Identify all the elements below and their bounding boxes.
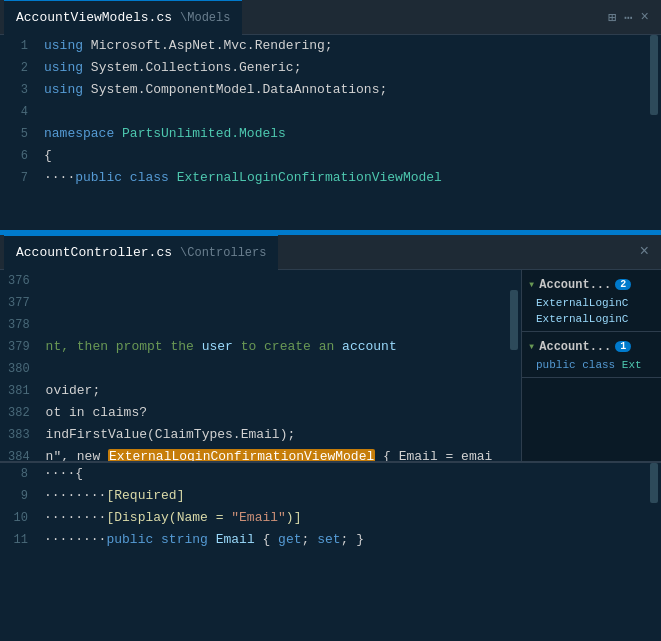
tab-icon-group: ⊞ ⋯ ×	[608, 9, 657, 26]
code-line-383: indFirstValue(ClaimTypes.Email);	[38, 424, 507, 446]
line-num-380: 380	[8, 358, 30, 380]
bottom-tab-path: \Controllers	[180, 246, 266, 260]
line-num-4: 4	[8, 101, 28, 123]
peek-arrow-1: ▾	[528, 277, 535, 292]
lower-line-numbers: 8 9 10 11	[0, 463, 36, 641]
code-line-1: using Microsoft.AspNet.Mvc.Rendering;	[36, 35, 647, 57]
bottom-scrollbar[interactable]	[507, 270, 521, 461]
more-actions-icon[interactable]: ⋯	[624, 9, 632, 26]
line-num-3: 3	[8, 79, 28, 101]
bottom-line-numbers: 376 377 378 379 380 381 382 383 384 385 …	[0, 270, 38, 461]
code-line-379: nt, then prompt the user to create an ac…	[38, 336, 507, 358]
lower-code-line-9: ········[Required]	[36, 485, 647, 507]
line-num-9: 9	[8, 485, 28, 507]
peek-badge-1: 2	[615, 279, 631, 290]
bottom-editor-container: 376 377 378 379 380 381 382 383 384 385 …	[0, 270, 661, 461]
line-num-382: 382	[8, 402, 30, 424]
app-container: AccountViewModels.cs \Models ⊞ ⋯ × 1 2 3…	[0, 0, 661, 641]
bottom-code-area: 376 377 378 379 380 381 382 383 384 385 …	[0, 270, 521, 461]
top-code-lines[interactable]: using Microsoft.AspNet.Mvc.Rendering; us…	[36, 35, 647, 230]
lower-editor: 8 9 10 11 ····{ ········[Required] ·····…	[0, 462, 661, 641]
line-num-7: 7	[8, 167, 28, 189]
line-num-8: 8	[8, 463, 28, 485]
lower-code-line-11: ········public string Email { get; set; …	[36, 529, 647, 551]
peek-section-2: ▾ Account... 1 public class Ext	[522, 332, 661, 378]
peek-item-1-2[interactable]: ExternalLoginC	[528, 311, 655, 327]
peek-panel: ▾ Account... 2 ExternalLoginC ExternalLo…	[521, 270, 661, 461]
line-num-6: 6	[8, 145, 28, 167]
code-line-380	[38, 358, 507, 380]
lower-code-line-10: ········[Display(Name = "Email")]	[36, 507, 647, 529]
peek-section-2-title: Account...	[539, 340, 611, 354]
peek-item-1-1[interactable]: ExternalLoginC	[528, 295, 655, 311]
line-num-10: 10	[8, 507, 28, 529]
top-line-numbers: 1 2 3 4 5 6 7	[0, 35, 36, 230]
bottom-tab-close[interactable]: ×	[639, 243, 657, 261]
top-tab-bar: AccountViewModels.cs \Models ⊞ ⋯ ×	[0, 0, 661, 35]
peek-arrow-2: ▾	[528, 339, 535, 354]
line-num-383: 383	[8, 424, 30, 446]
tab-path: \Models	[180, 11, 230, 25]
code-line-2: using System.Collections.Generic;	[36, 57, 647, 79]
line-num-2: 2	[8, 57, 28, 79]
peek-item-2-1[interactable]: public class Ext	[528, 357, 655, 373]
code-line-384: n", new ExternalLoginConfirmationViewMod…	[38, 446, 507, 461]
peek-section-1-header: ▾ Account... 2	[528, 274, 655, 295]
line-num-381: 381	[8, 380, 30, 402]
code-line-6: {	[36, 145, 647, 167]
line-num-11: 11	[8, 529, 28, 551]
bottom-scroll-thumb[interactable]	[510, 290, 518, 350]
code-line-4	[36, 101, 647, 123]
code-line-382: ot in claims?	[38, 402, 507, 424]
code-line-376	[38, 270, 507, 292]
bottom-code-lines[interactable]: nt, then prompt the user to create an ac…	[38, 270, 507, 461]
split-view-icon[interactable]: ⊞	[608, 9, 616, 26]
peek-section-2-header: ▾ Account... 1	[528, 336, 655, 357]
lower-scrollbar[interactable]	[647, 463, 661, 641]
bottom-tab-filename: AccountController.cs	[16, 245, 172, 260]
lower-section: 8 9 10 11 ····{ ········[Required] ·····…	[0, 461, 661, 641]
bottom-pane: AccountController.cs \Controllers × 376 …	[0, 235, 661, 641]
split-indicator	[0, 230, 661, 233]
lower-scroll-thumb[interactable]	[650, 463, 658, 503]
code-line-5: namespace PartsUnlimited.Models	[36, 123, 647, 145]
code-line-378	[38, 314, 507, 336]
line-num-376: 376	[8, 270, 30, 292]
top-editor-pane: 1 2 3 4 5 6 7 using Microsoft.AspNet.Mvc…	[0, 35, 661, 235]
close-window-icon[interactable]: ×	[641, 9, 649, 26]
top-editor-content: 1 2 3 4 5 6 7 using Microsoft.AspNet.Mvc…	[0, 35, 661, 230]
highlighted-token: ExternalLoginConfirmationViewModel	[108, 449, 375, 461]
code-line-7: ····public class ExternalLoginConfirmati…	[36, 167, 647, 189]
lower-code-line-8: ····{	[36, 463, 647, 485]
code-line-3: using System.ComponentModel.DataAnnotati…	[36, 79, 647, 101]
top-scrollbar[interactable]	[647, 35, 661, 230]
peek-section-1-title: Account...	[539, 278, 611, 292]
line-num-378: 378	[8, 314, 30, 336]
line-num-5: 5	[8, 123, 28, 145]
code-line-381: ovider;	[38, 380, 507, 402]
code-line-377	[38, 292, 507, 314]
lower-code-lines[interactable]: ····{ ········[Required] ········[Displa…	[36, 463, 647, 641]
peek-section-1: ▾ Account... 2 ExternalLoginC ExternalLo…	[522, 270, 661, 332]
line-num-377: 377	[8, 292, 30, 314]
tab-filename: AccountViewModels.cs	[16, 10, 172, 25]
tab-account-controller[interactable]: AccountController.cs \Controllers	[4, 235, 278, 270]
line-num-379: 379	[8, 336, 30, 358]
bottom-tab-bar: AccountController.cs \Controllers ×	[0, 235, 661, 270]
bottom-editor-inner: 376 377 378 379 380 381 382 383 384 385 …	[0, 270, 521, 461]
line-num-1: 1	[8, 35, 28, 57]
tab-account-view-models[interactable]: AccountViewModels.cs \Models	[4, 0, 242, 35]
top-scroll-thumb[interactable]	[650, 35, 658, 115]
peek-badge-2: 1	[615, 341, 631, 352]
line-num-384: 384	[8, 446, 30, 461]
